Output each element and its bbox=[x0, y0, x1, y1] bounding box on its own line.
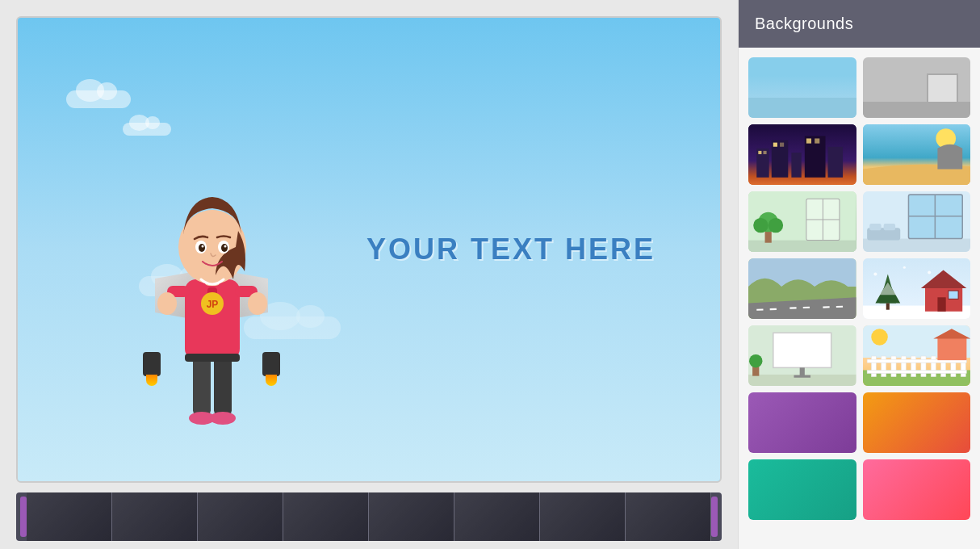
cloud-1 bbox=[66, 90, 131, 108]
svg-rect-68 bbox=[794, 375, 810, 378]
bg-presentation-preview bbox=[748, 325, 856, 386]
svg-point-9 bbox=[248, 292, 267, 315]
svg-point-3 bbox=[210, 412, 236, 425]
backgrounds-panel: Backgrounds bbox=[738, 0, 980, 549]
background-option-sky[interactable] bbox=[748, 57, 856, 118]
svg-rect-29 bbox=[773, 143, 777, 147]
svg-rect-36 bbox=[748, 241, 856, 252]
background-option-modern-blue[interactable] bbox=[863, 191, 971, 252]
svg-rect-85 bbox=[867, 370, 966, 373]
bg-sky-preview bbox=[748, 57, 856, 118]
svg-rect-30 bbox=[780, 143, 784, 147]
timeline-frames bbox=[27, 492, 711, 541]
background-option-purple[interactable] bbox=[748, 392, 856, 453]
svg-rect-28 bbox=[763, 151, 766, 154]
timeline-frame[interactable] bbox=[369, 492, 454, 541]
timeline-frame[interactable] bbox=[454, 492, 540, 541]
bg-fence-preview bbox=[863, 325, 971, 386]
panel-header: Backgrounds bbox=[739, 0, 980, 48]
svg-point-87 bbox=[871, 329, 888, 346]
bg-winter-preview bbox=[863, 258, 971, 319]
svg-rect-86 bbox=[937, 337, 966, 360]
timeline-frame[interactable] bbox=[198, 492, 283, 541]
background-option-beach[interactable] bbox=[863, 124, 971, 185]
timeline-frame[interactable] bbox=[27, 492, 112, 541]
svg-rect-26 bbox=[828, 147, 843, 178]
svg-rect-59 bbox=[886, 303, 889, 309]
main-editor-area: JP YOUR TEXT HERE bbox=[0, 0, 738, 549]
svg-rect-45 bbox=[863, 239, 971, 252]
svg-rect-51 bbox=[883, 224, 894, 230]
svg-point-13 bbox=[199, 244, 205, 252]
background-option-room[interactable] bbox=[863, 57, 971, 118]
bg-office-preview bbox=[748, 191, 856, 252]
svg-point-61 bbox=[903, 266, 905, 269]
svg-point-60 bbox=[873, 272, 877, 275]
background-option-winter[interactable] bbox=[863, 258, 971, 319]
background-option-teal[interactable] bbox=[748, 459, 856, 520]
svg-rect-57 bbox=[937, 297, 945, 311]
svg-point-14 bbox=[202, 245, 204, 248]
background-option-orange[interactable] bbox=[863, 392, 971, 453]
svg-point-16 bbox=[221, 244, 228, 252]
svg-rect-67 bbox=[800, 367, 805, 375]
bg-beach-preview bbox=[863, 124, 971, 185]
background-option-fence[interactable] bbox=[863, 325, 971, 386]
panel-title: Backgrounds bbox=[755, 15, 853, 32]
background-option-office-green[interactable] bbox=[748, 191, 856, 252]
background-option-pink[interactable] bbox=[863, 459, 971, 520]
background-option-road[interactable] bbox=[748, 258, 856, 319]
timeline-frame[interactable] bbox=[283, 492, 369, 541]
bg-night-preview bbox=[748, 124, 856, 185]
background-option-night-city[interactable] bbox=[748, 124, 856, 185]
svg-rect-20 bbox=[185, 354, 240, 362]
svg-rect-32 bbox=[815, 138, 819, 143]
svg-rect-27 bbox=[758, 151, 761, 154]
canvas-text-overlay[interactable]: YOUR TEXT HERE bbox=[366, 233, 655, 266]
timeline-frame[interactable] bbox=[626, 492, 711, 541]
timeline-end-handle[interactable] bbox=[711, 497, 718, 537]
bg-road-preview bbox=[748, 258, 856, 319]
svg-rect-24 bbox=[791, 153, 801, 178]
svg-rect-50 bbox=[869, 224, 881, 230]
svg-point-42 bbox=[753, 218, 768, 233]
svg-point-17 bbox=[224, 245, 227, 248]
svg-point-8 bbox=[157, 292, 177, 315]
svg-point-62 bbox=[928, 270, 931, 274]
timeline-strip[interactable] bbox=[16, 492, 722, 541]
preview-canvas[interactable]: JP YOUR TEXT HERE bbox=[16, 16, 722, 483]
timeline-frame[interactable] bbox=[112, 492, 198, 541]
svg-rect-31 bbox=[806, 138, 811, 143]
svg-rect-66 bbox=[773, 333, 831, 367]
bg-room-preview bbox=[863, 57, 971, 118]
svg-point-70 bbox=[749, 354, 762, 367]
bg-modern-preview bbox=[863, 191, 971, 252]
character-svg: JP bbox=[143, 166, 280, 441]
svg-text:JP: JP bbox=[207, 299, 219, 310]
svg-rect-58 bbox=[948, 291, 957, 299]
svg-point-43 bbox=[769, 218, 783, 233]
timeline-frame[interactable] bbox=[540, 492, 626, 541]
background-option-presentation[interactable] bbox=[748, 325, 856, 386]
character-wrapper: JP bbox=[115, 134, 308, 441]
backgrounds-grid bbox=[739, 48, 980, 530]
timeline-start-handle[interactable] bbox=[20, 497, 27, 537]
